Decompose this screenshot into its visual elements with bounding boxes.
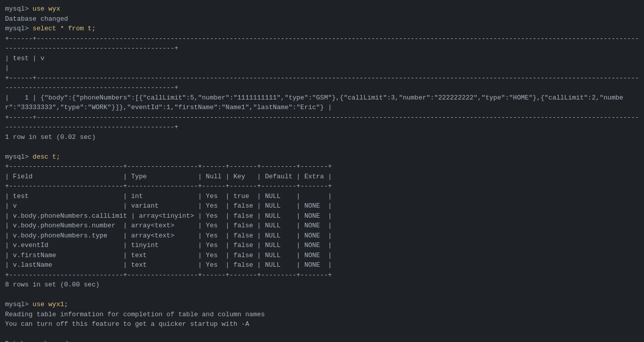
terminal-line: | v.body.phoneNumbers.number | array<tex… [5,221,639,231]
terminal-line: | test | int | Yes | true | NULL | | [5,191,639,202]
terminal-line: | 1 | {"body":{"phoneNumbers":[{"callLim… [5,93,639,113]
terminal-line: +------+--------------------------------… [5,34,639,54]
terminal-line: mysql> use wyx [5,4,639,14]
terminal-line: | v.body.phoneNumbers.callLimit | array<… [5,211,639,221]
terminal-line [5,142,639,152]
terminal-line: You can turn off this feature to get a q… [5,319,639,329]
terminal-line: Reading table information for completion… [5,310,639,320]
terminal-line: +-----------------------------+---------… [5,181,639,191]
terminal-line: 8 rows in set (0.00 sec) [5,280,639,290]
terminal-line: +------+--------------------------------… [5,113,639,132]
terminal-line: Database changed [5,14,639,24]
terminal-line: | v.eventId | tinyint | Yes | false | NU… [5,240,639,251]
terminal-line: +------+--------------------------------… [5,73,639,93]
terminal-container: mysql> use wyx Database changed mysql> s… [5,4,639,342]
terminal-line: | v.body.phoneNumbers.type | array<text>… [5,231,639,241]
terminal-line [5,329,639,339]
terminal-line: 1 row in set (0.02 sec) [5,132,639,142]
terminal-line: | Field | Type | Null | Key | Default | … [5,172,639,182]
terminal-line: | test | v [5,54,639,73]
terminal-line [5,290,639,300]
terminal-line: | v | variant | Yes | false | NULL | NON… [5,201,639,211]
terminal-line: mysql> desc t; [5,152,639,162]
terminal-line: Database changed [5,339,639,342]
terminal-line: mysql> use wyx1; [5,300,639,310]
terminal-line: | v.lastName | text | Yes | false | NULL… [5,260,639,270]
terminal-line: +-----------------------------+---------… [5,162,639,172]
terminal-line: mysql> select * from t; [5,24,639,34]
terminal-line: +-----------------------------+---------… [5,270,639,280]
terminal-line: | v.firstName | text | Yes | false | NUL… [5,251,639,261]
